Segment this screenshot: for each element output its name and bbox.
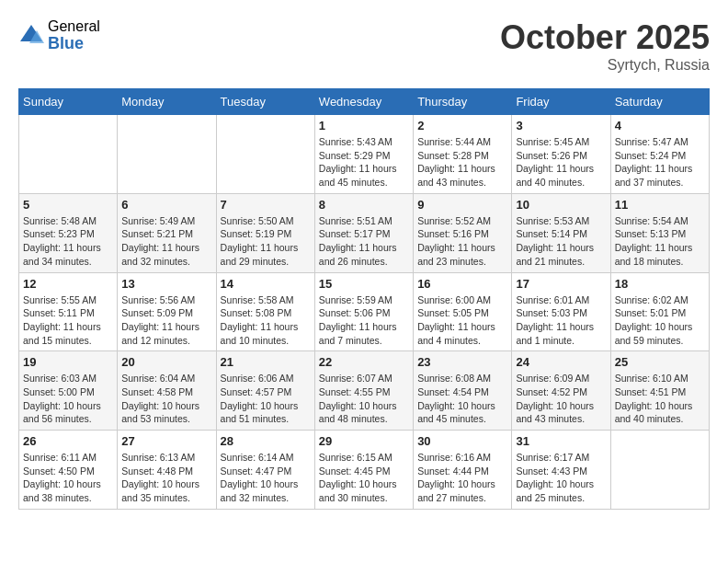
- logo: General Blue: [18, 18, 100, 52]
- day-info: Sunrise: 6:04 AM Sunset: 4:58 PM Dayligh…: [121, 372, 211, 426]
- calendar-cell: 5Sunrise: 5:48 AM Sunset: 5:23 PM Daylig…: [19, 193, 118, 272]
- day-info: Sunrise: 5:50 AM Sunset: 5:19 PM Dayligh…: [221, 214, 311, 269]
- calendar-cell: [19, 115, 118, 194]
- day-number: 27: [121, 434, 211, 448]
- day-info: Sunrise: 6:01 AM Sunset: 5:03 PM Dayligh…: [516, 293, 606, 348]
- calendar-cell: 13Sunrise: 5:56 AM Sunset: 5:09 PM Dayli…: [118, 272, 216, 351]
- weekday-header-monday: Monday: [118, 89, 216, 115]
- weekday-header-saturday: Saturday: [610, 89, 709, 115]
- day-number: 19: [23, 355, 113, 369]
- title-section: October 2025 Syrtych, Russia: [500, 18, 710, 74]
- day-number: 4: [615, 119, 705, 132]
- day-info: Sunrise: 5:45 AM Sunset: 5:26 PM Dayligh…: [516, 135, 606, 190]
- day-number: 7: [221, 198, 311, 212]
- calendar-cell: 24Sunrise: 6:09 AM Sunset: 4:52 PM Dayli…: [512, 351, 610, 431]
- day-number: 1: [319, 119, 409, 132]
- day-number: 30: [417, 434, 507, 448]
- calendar-cell: 2Sunrise: 5:44 AM Sunset: 5:28 PM Daylig…: [414, 115, 512, 194]
- day-number: 22: [319, 355, 409, 369]
- day-info: Sunrise: 6:15 AM Sunset: 4:45 PM Dayligh…: [319, 451, 409, 505]
- day-info: Sunrise: 5:48 AM Sunset: 5:23 PM Dayligh…: [23, 214, 113, 269]
- calendar-cell: 1Sunrise: 5:43 AM Sunset: 5:29 PM Daylig…: [314, 115, 413, 194]
- calendar-cell: 25Sunrise: 6:10 AM Sunset: 4:51 PM Dayli…: [610, 351, 709, 431]
- day-info: Sunrise: 6:14 AM Sunset: 4:47 PM Dayligh…: [221, 451, 311, 505]
- calendar-cell: 6Sunrise: 5:49 AM Sunset: 5:21 PM Daylig…: [118, 193, 216, 272]
- calendar-cell: 8Sunrise: 5:51 AM Sunset: 5:17 PM Daylig…: [314, 193, 413, 272]
- day-number: 31: [516, 434, 606, 448]
- day-number: 6: [121, 198, 211, 212]
- calendar-cell: [610, 431, 709, 510]
- day-info: Sunrise: 6:13 AM Sunset: 4:48 PM Dayligh…: [121, 451, 211, 505]
- calendar-cell: 31Sunrise: 6:17 AM Sunset: 4:43 PM Dayli…: [512, 431, 610, 510]
- day-info: Sunrise: 6:02 AM Sunset: 5:01 PM Dayligh…: [615, 293, 705, 348]
- day-info: Sunrise: 6:16 AM Sunset: 4:44 PM Dayligh…: [417, 451, 507, 505]
- day-number: 23: [417, 355, 507, 369]
- calendar-cell: 27Sunrise: 6:13 AM Sunset: 4:48 PM Dayli…: [118, 431, 216, 510]
- calendar-cell: 4Sunrise: 5:47 AM Sunset: 5:24 PM Daylig…: [610, 115, 709, 194]
- day-info: Sunrise: 6:07 AM Sunset: 4:55 PM Dayligh…: [319, 372, 409, 426]
- calendar-cell: 23Sunrise: 6:08 AM Sunset: 4:54 PM Dayli…: [414, 351, 512, 431]
- day-info: Sunrise: 5:43 AM Sunset: 5:29 PM Dayligh…: [319, 135, 409, 190]
- day-info: Sunrise: 6:17 AM Sunset: 4:43 PM Dayligh…: [516, 451, 606, 505]
- month-title: October 2025: [500, 18, 710, 57]
- page-header: General Blue October 2025 Syrtych, Russi…: [18, 18, 710, 74]
- day-number: 16: [417, 277, 507, 291]
- day-number: 5: [23, 198, 113, 212]
- day-info: Sunrise: 5:52 AM Sunset: 5:16 PM Dayligh…: [417, 214, 507, 269]
- day-number: 26: [23, 434, 113, 448]
- day-number: 24: [516, 355, 606, 369]
- day-number: 15: [319, 277, 409, 291]
- calendar-cell: 17Sunrise: 6:01 AM Sunset: 5:03 PM Dayli…: [512, 272, 610, 351]
- day-info: Sunrise: 5:49 AM Sunset: 5:21 PM Dayligh…: [121, 214, 211, 269]
- day-number: 3: [516, 119, 606, 132]
- week-row-2: 5Sunrise: 5:48 AM Sunset: 5:23 PM Daylig…: [19, 193, 710, 272]
- day-info: Sunrise: 5:59 AM Sunset: 5:06 PM Dayligh…: [319, 293, 409, 348]
- weekday-header-sunday: Sunday: [19, 89, 118, 115]
- calendar-cell: 11Sunrise: 5:54 AM Sunset: 5:13 PM Dayli…: [610, 193, 709, 272]
- calendar-cell: 16Sunrise: 6:00 AM Sunset: 5:05 PM Dayli…: [414, 272, 512, 351]
- day-info: Sunrise: 6:06 AM Sunset: 4:57 PM Dayligh…: [221, 372, 311, 426]
- day-info: Sunrise: 5:44 AM Sunset: 5:28 PM Dayligh…: [417, 135, 507, 190]
- calendar-cell: 30Sunrise: 6:16 AM Sunset: 4:44 PM Dayli…: [414, 431, 512, 510]
- day-info: Sunrise: 6:11 AM Sunset: 4:50 PM Dayligh…: [23, 451, 113, 505]
- calendar-cell: 9Sunrise: 5:52 AM Sunset: 5:16 PM Daylig…: [414, 193, 512, 272]
- day-number: 11: [615, 198, 705, 212]
- week-row-5: 26Sunrise: 6:11 AM Sunset: 4:50 PM Dayli…: [19, 431, 710, 510]
- weekday-header-tuesday: Tuesday: [216, 89, 314, 115]
- day-number: 18: [615, 277, 705, 291]
- day-info: Sunrise: 5:53 AM Sunset: 5:14 PM Dayligh…: [516, 214, 606, 269]
- day-number: 8: [319, 198, 409, 212]
- day-number: 14: [221, 277, 311, 291]
- logo-general: General: [48, 18, 100, 35]
- day-number: 29: [319, 434, 409, 448]
- calendar-cell: [216, 115, 314, 194]
- day-info: Sunrise: 6:10 AM Sunset: 4:51 PM Dayligh…: [615, 372, 705, 426]
- day-info: Sunrise: 5:47 AM Sunset: 5:24 PM Dayligh…: [615, 135, 705, 190]
- day-info: Sunrise: 6:00 AM Sunset: 5:05 PM Dayligh…: [417, 293, 507, 348]
- calendar-cell: [118, 115, 216, 194]
- day-number: 12: [23, 277, 113, 291]
- day-info: Sunrise: 5:51 AM Sunset: 5:17 PM Dayligh…: [319, 214, 409, 269]
- day-info: Sunrise: 5:54 AM Sunset: 5:13 PM Dayligh…: [615, 214, 705, 269]
- calendar-cell: 22Sunrise: 6:07 AM Sunset: 4:55 PM Dayli…: [314, 351, 413, 431]
- day-info: Sunrise: 6:09 AM Sunset: 4:52 PM Dayligh…: [516, 372, 606, 426]
- day-info: Sunrise: 5:56 AM Sunset: 5:09 PM Dayligh…: [121, 293, 211, 348]
- logo-icon: [18, 23, 44, 49]
- day-info: Sunrise: 5:55 AM Sunset: 5:11 PM Dayligh…: [23, 293, 113, 348]
- day-number: 17: [516, 277, 606, 291]
- week-row-3: 12Sunrise: 5:55 AM Sunset: 5:11 PM Dayli…: [19, 272, 710, 351]
- calendar-cell: 7Sunrise: 5:50 AM Sunset: 5:19 PM Daylig…: [216, 193, 314, 272]
- day-number: 2: [417, 119, 507, 132]
- day-number: 9: [417, 198, 507, 212]
- calendar-cell: 20Sunrise: 6:04 AM Sunset: 4:58 PM Dayli…: [118, 351, 216, 431]
- calendar-cell: 10Sunrise: 5:53 AM Sunset: 5:14 PM Dayli…: [512, 193, 610, 272]
- calendar-cell: 29Sunrise: 6:15 AM Sunset: 4:45 PM Dayli…: [314, 431, 413, 510]
- day-number: 10: [516, 198, 606, 212]
- calendar-cell: 15Sunrise: 5:59 AM Sunset: 5:06 PM Dayli…: [314, 272, 413, 351]
- weekday-header-row: SundayMondayTuesdayWednesdayThursdayFrid…: [19, 89, 710, 115]
- weekday-header-thursday: Thursday: [414, 89, 512, 115]
- calendar-cell: 28Sunrise: 6:14 AM Sunset: 4:47 PM Dayli…: [216, 431, 314, 510]
- day-info: Sunrise: 6:08 AM Sunset: 4:54 PM Dayligh…: [417, 372, 507, 426]
- day-number: 25: [615, 355, 705, 369]
- week-row-1: 1Sunrise: 5:43 AM Sunset: 5:29 PM Daylig…: [19, 115, 710, 194]
